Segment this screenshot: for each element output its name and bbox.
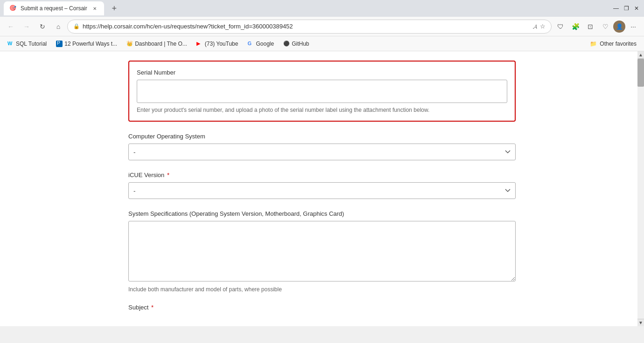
nav-icons: 🛡 🧩 ⊡ ♡ 👤 ···: [553, 20, 640, 34]
navigation-bar: ← → ↻ ⌂ 🔒 https://help.corsair.com/hc/en…: [0, 17, 644, 36]
lock-icon: 🔒: [73, 23, 80, 29]
browser-essentials-button[interactable]: 🛡: [553, 20, 567, 34]
profile-avatar[interactable]: 👤: [613, 21, 625, 33]
bookmark-youtube[interactable]: ▶ (73) YouTube: [193, 39, 242, 49]
serial-number-label: Serial Number: [137, 69, 507, 76]
subject-label: Subject *: [128, 304, 516, 311]
serial-number-input[interactable]: [137, 80, 507, 103]
subject-section: Subject *: [128, 304, 516, 311]
scrollbar-thumb[interactable]: [637, 59, 644, 87]
favorites-star-icon[interactable]: ☆: [540, 23, 546, 30]
system-specs-label: System Specifications (Operating System …: [128, 210, 516, 217]
page-content: Serial Number Enter your product's seria…: [0, 51, 644, 326]
tab-close-button[interactable]: ✕: [91, 5, 98, 12]
scrollbar[interactable]: ▲ ▼: [637, 51, 644, 326]
sql-tutorial-icon: W: [7, 41, 14, 47]
system-specs-hint: Include both manufacturer and model of p…: [128, 286, 516, 293]
settings-more-button[interactable]: ···: [626, 20, 640, 34]
new-tab-button[interactable]: +: [108, 2, 121, 15]
other-favorites-label: Other favorites: [600, 41, 637, 47]
maximize-button[interactable]: ❐: [623, 5, 630, 12]
bookmark-sql-label: SQL Tutorial: [16, 41, 47, 47]
bookmark-sql-tutorial[interactable]: W SQL Tutorial: [4, 39, 50, 49]
bookmark-youtube-label: (73) YouTube: [205, 41, 238, 47]
other-favorites-icon: 📁: [590, 41, 597, 47]
youtube-icon: ▶: [196, 41, 203, 47]
system-specs-section: System Specifications (Operating System …: [128, 210, 516, 293]
12-powerful-icon: P: [56, 41, 63, 47]
page-inner: Serial Number Enter your product's seria…: [119, 61, 525, 311]
serial-number-hint: Enter your product's serial number, and …: [137, 107, 507, 113]
github-icon: ⚫: [283, 41, 290, 47]
tab-favicon: 🎯: [9, 5, 17, 12]
bookmark-dashboard[interactable]: 👑 Dashboard | The O...: [123, 39, 191, 49]
bookmark-google-label: Google: [256, 41, 274, 47]
icue-version-select[interactable]: - 4.x 3.x 2.x 1.x: [128, 182, 516, 199]
address-bar[interactable]: 🔒 https://help.corsair.com/hc/en-us/requ…: [67, 20, 552, 34]
bookmark-12-powerful-label: 12 Powerful Ways t...: [64, 41, 117, 47]
google-icon: G: [247, 41, 254, 47]
extensions-button[interactable]: 🧩: [568, 20, 582, 34]
subject-required-asterisk: *: [149, 304, 154, 311]
computer-os-label: Computer Operating System: [128, 133, 516, 140]
bookmarks-bar: W SQL Tutorial P 12 Powerful Ways t... 👑…: [0, 36, 644, 51]
bookmark-google[interactable]: G Google: [244, 39, 278, 49]
computer-os-section: Computer Operating System - Windows 10 W…: [128, 133, 516, 160]
home-button[interactable]: ⌂: [51, 20, 65, 34]
bookmark-github-label: GitHub: [292, 41, 309, 47]
minimize-button[interactable]: —: [612, 5, 620, 12]
refresh-button[interactable]: ↻: [35, 20, 49, 34]
close-button[interactable]: ✕: [633, 5, 640, 12]
split-screen-button[interactable]: ⊡: [583, 20, 597, 34]
dashboard-icon: 👑: [126, 41, 133, 47]
active-tab[interactable]: 🎯 Submit a request – Corsair ✕: [4, 1, 104, 15]
icue-required-asterisk: *: [165, 172, 169, 178]
bookmark-12-powerful[interactable]: P 12 Powerful Ways t...: [52, 39, 121, 49]
window-controls: — ❐ ✕: [612, 5, 640, 12]
icue-version-label: iCUE Version *: [128, 172, 516, 178]
serial-number-section: Serial Number Enter your product's seria…: [128, 61, 516, 122]
bookmark-github[interactable]: ⚫ GitHub: [280, 39, 313, 49]
scrollbar-down-button[interactable]: ▼: [637, 319, 644, 326]
icue-version-section: iCUE Version * - 4.x 3.x 2.x 1.x: [128, 172, 516, 199]
back-button[interactable]: ←: [4, 20, 18, 34]
computer-os-select-wrapper: - Windows 10 Windows 11 macOS Linux Othe…: [128, 144, 516, 160]
system-specs-textarea[interactable]: [128, 221, 516, 281]
computer-os-select[interactable]: - Windows 10 Windows 11 macOS Linux Othe…: [128, 144, 516, 160]
bookmark-dashboard-label: Dashboard | The O...: [135, 41, 187, 47]
read-aloud-icon: 𝓐: [533, 23, 537, 30]
url-text: https://help.corsair.com/hc/en-us/reques…: [83, 23, 530, 30]
title-bar: 🎯 Submit a request – Corsair ✕ + — ❐ ✕: [0, 0, 644, 17]
forward-button[interactable]: →: [20, 20, 34, 34]
other-favorites-button[interactable]: 📁 Other favorites: [586, 39, 640, 49]
copilot-button[interactable]: ♡: [598, 20, 612, 34]
scrollbar-up-button[interactable]: ▲: [637, 51, 644, 59]
tab-label: Submit a request – Corsair: [21, 5, 87, 12]
icue-version-select-wrapper: - 4.x 3.x 2.x 1.x: [128, 182, 516, 199]
